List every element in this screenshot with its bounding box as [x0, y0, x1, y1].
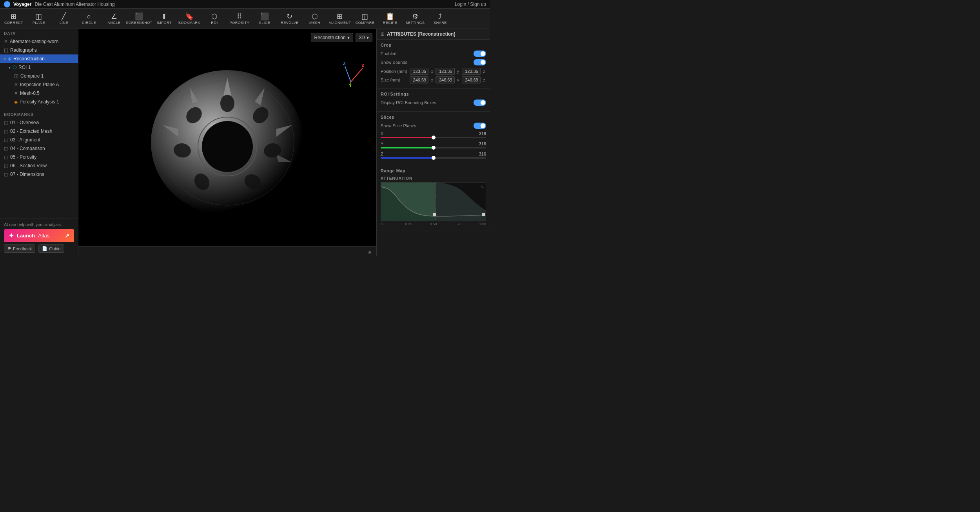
size-row: Size (mm) 246.69 x 246.69 y 246.69 z: [381, 76, 486, 83]
reconstruction-chevron: ▾: [4, 57, 6, 61]
range-map-title: Range Map: [381, 168, 486, 173]
bookmark-item-2[interactable]: ◫ 02 - Extracted Mesh: [0, 127, 78, 136]
bookmark-item-6[interactable]: ◫ 06 - Section View: [0, 161, 78, 170]
feedback-button[interactable]: ⚑ Feedback: [4, 244, 35, 253]
bookmark-item-7[interactable]: ◫ 07 - Dimensions: [0, 170, 78, 179]
share-icon: ⤴: [438, 13, 442, 20]
size-label: Size (mm): [381, 78, 408, 82]
bookmark-icon-1: ◫: [4, 120, 8, 125]
tree-item-porosity[interactable]: ◈ Porosity Analysis 1: [0, 98, 78, 106]
tool-circle[interactable]: ○ CIRCLE: [77, 9, 101, 28]
z-slider-thumb[interactable]: [432, 156, 436, 160]
show-slice-planes-toggle[interactable]: [474, 123, 486, 129]
z-slider-track[interactable]: [381, 157, 486, 159]
attenuation-chart[interactable]: ⤡: [381, 182, 486, 221]
plane-label: PLANE: [33, 21, 45, 25]
doc-title: Die Cast Aluminum Alternator Housing: [34, 2, 114, 7]
tool-revolve[interactable]: ↻ REVOLVE: [278, 9, 302, 28]
svg-point-10: [220, 95, 234, 112]
tree-item-radiographs[interactable]: ◫ Radiographs: [0, 46, 78, 54]
roi-label: ROI: [211, 21, 218, 25]
tree-item-compare1[interactable]: ◫ Compare 1: [0, 72, 78, 80]
launch-atlas-button[interactable]: ✦ Launch Atlas ↗: [4, 229, 74, 242]
chart-axis: 0.00 0.25 0.50 0.75 1.00: [381, 221, 486, 227]
tree-item-inspection[interactable]: ✕ Inspection Plane A: [0, 80, 78, 89]
tool-compare[interactable]: ◫ COMPARE: [353, 9, 377, 28]
model-container: [133, 52, 321, 233]
y-slider-row: Y 316: [381, 141, 486, 148]
size-z-field[interactable]: 246.69: [462, 76, 481, 83]
chart-handle-left[interactable]: [433, 213, 436, 216]
tree-item-reconstruction[interactable]: ▾ ◈ Reconstruction: [0, 54, 78, 63]
position-y-axis: y: [456, 69, 460, 74]
position-z-axis: z: [482, 69, 486, 74]
position-x-field[interactable]: 123.35: [410, 68, 428, 75]
guide-button[interactable]: 📄 Guide: [38, 244, 64, 253]
tool-settings[interactable]: ⚙ SETTINGS: [403, 9, 427, 28]
x-axis-label: X: [381, 131, 383, 136]
angle-icon: ∠: [111, 13, 118, 20]
size-y-field[interactable]: 246.69: [436, 76, 454, 83]
tree-item-mesh[interactable]: ✕ Mesh-0.5: [0, 89, 78, 98]
bookmark-item-3[interactable]: ◫ 03 - Alignment: [0, 136, 78, 144]
slice-icon: ⬛: [260, 13, 269, 20]
size-x-field[interactable]: 246.69: [410, 76, 428, 83]
tree-item-alternator[interactable]: ✕ Alternator-casting-worn: [0, 37, 78, 46]
y-slider-track[interactable]: [381, 147, 486, 148]
tool-bookmark[interactable]: 🔖 BOOKMARK: [177, 9, 201, 28]
tool-screenshot[interactable]: ⬛ SCREENSHOT: [127, 9, 151, 28]
angle-label: ANGLE: [107, 21, 120, 25]
display-roi-toggle[interactable]: [474, 100, 486, 106]
tool-alignment[interactable]: ⊞ ALIGNMENT: [328, 9, 352, 28]
roi1-chevron: ▾: [9, 65, 11, 70]
position-z-field[interactable]: 123.35: [462, 68, 481, 75]
bookmark-item-4[interactable]: ◫ 04 - Comparison: [0, 144, 78, 153]
tool-mesh[interactable]: ⬡ MESH: [303, 9, 327, 28]
viewport[interactable]: Reconstruction ▾ 3D ▾ Z X Y: [78, 29, 376, 256]
tool-import[interactable]: ⬆ IMPORT: [152, 9, 176, 28]
chart-expand-icon[interactable]: ⤡: [480, 184, 484, 190]
bookmark-item-1[interactable]: ◫ 01 - Overview: [0, 118, 78, 127]
enabled-toggle[interactable]: [474, 51, 486, 57]
display-roi-label: Display ROI Bounding Boxes: [381, 100, 436, 105]
expand-button[interactable]: ▲: [367, 248, 372, 255]
compare1-icon: ◫: [14, 73, 18, 79]
compare1-label: Compare 1: [20, 73, 44, 79]
alternator-label: Alternator-casting-worn: [10, 39, 58, 44]
reconstruction-dropdown[interactable]: Reconstruction ▾: [311, 33, 353, 42]
correct-label: CORRECT: [4, 21, 23, 25]
roi-settings-section: ROI Settings Display ROI Bounding Boxes: [377, 89, 490, 112]
position-y-field[interactable]: 123.35: [436, 68, 454, 75]
x-slider-track[interactable]: [381, 137, 486, 138]
launch-arrow-icon: ↗: [65, 233, 69, 239]
y-slider-thumb[interactable]: [432, 146, 436, 150]
tool-recipe[interactable]: 📋 RECIPE: [378, 9, 402, 28]
position-label: Position (mm): [381, 69, 408, 74]
tool-roi[interactable]: ⬡ ROI: [202, 9, 227, 28]
view-mode-dropdown[interactable]: 3D ▾: [356, 33, 372, 42]
tool-slice[interactable]: ⬛ SLICE: [252, 9, 277, 28]
view-mode-label: 3D: [359, 35, 365, 40]
tool-line[interactable]: ╱ LINE: [52, 9, 76, 28]
chart-handle-right[interactable]: [482, 213, 485, 216]
line-icon: ╱: [62, 13, 66, 20]
tool-share[interactable]: ⤴ SHARE: [428, 9, 452, 28]
login-button[interactable]: Login / Sign up: [455, 2, 486, 7]
position-row: Position (mm) 123.35 x 123.35 y 123.35 z: [381, 68, 486, 75]
tree-item-roi1[interactable]: ▾ ⬡ ROI 1: [0, 63, 78, 72]
sidebar-bottom: AI can help with your analysis. ✦ Launch…: [0, 219, 78, 256]
bookmark-item-5[interactable]: ◫ 05 - Porosity: [0, 153, 78, 161]
tool-plane[interactable]: ◫ PLANE: [27, 9, 51, 28]
reconstruction-icon: ◈: [8, 56, 11, 62]
x-slider-thumb[interactable]: [432, 136, 436, 139]
size-z-axis: z: [482, 78, 486, 82]
line-label: LINE: [60, 21, 68, 25]
tool-porosity[interactable]: ⠿ POROSITY: [227, 9, 252, 28]
show-slice-planes-row: Show Slice Planes: [381, 123, 486, 129]
bookmark-label-7: 07 - Dimensions: [10, 172, 44, 177]
show-bounds-toggle[interactable]: [474, 59, 486, 65]
tool-angle[interactable]: ∠ ANGLE: [102, 9, 126, 28]
feedback-icon: ⚑: [7, 246, 11, 251]
panel-grid-icon: ⊞: [381, 31, 385, 37]
tool-correct[interactable]: ⊞ CORRECT: [2, 9, 26, 28]
